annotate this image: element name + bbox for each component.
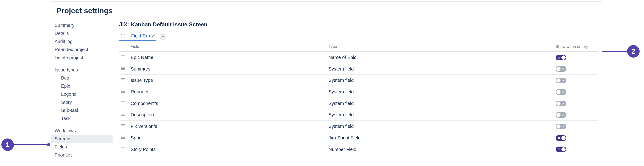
show-when-empty-toggle[interactable]: ✕ (556, 112, 566, 118)
show-when-empty-toggle[interactable]: ✕ (556, 55, 566, 60)
show-when-empty-toggle[interactable]: ✕ (556, 146, 566, 152)
table-row: Fix Version/sSystem field✕ (119, 121, 598, 132)
sidebar-item-issue-type-legend[interactable]: Legend (58, 90, 113, 98)
row-drag-handle-icon[interactable] (119, 109, 129, 121)
sidebar-item-issue-type-story[interactable]: Story (58, 98, 113, 106)
sidebar-item-priorities[interactable]: Priorities (51, 151, 113, 159)
row-drag-handle-icon[interactable] (119, 121, 129, 132)
field-type-cell: System field (327, 109, 554, 121)
sidebar-item-summary[interactable]: Summary (51, 21, 113, 29)
tabs-row: ⋮⋮⋮ Field Tab + (119, 32, 598, 41)
show-when-empty-toggle[interactable]: ✕ (556, 66, 566, 72)
sidebar-item-workflows[interactable]: Workflows (51, 127, 113, 135)
sidebar-item-fields[interactable]: Fields (51, 143, 113, 151)
row-drag-handle-icon[interactable] (119, 75, 129, 86)
field-type-cell: Name of Epic (327, 52, 554, 63)
tab-label: Field Tab (131, 33, 150, 38)
field-name-cell: Issue Type (129, 75, 327, 86)
tab-field-tab[interactable]: ⋮⋮⋮ Field Tab (119, 32, 156, 41)
field-name-cell: Fix Version/s (129, 121, 327, 132)
field-name-cell: Story Points (129, 144, 327, 155)
show-when-empty-toggle[interactable]: ✕ (556, 101, 566, 106)
show-when-empty-toggle[interactable]: ✕ (556, 135, 566, 141)
sidebar-item-issue-type-epic[interactable]: Epic (58, 82, 113, 90)
table-row: DescriptionSystem field✕ (119, 109, 598, 121)
sidebar-section-config: WorkflowsScreensFieldsPriorities (51, 127, 113, 159)
sidebar-item-issue-type-sub-task[interactable]: Sub-task (58, 106, 113, 114)
show-when-empty-cell: ✕ (554, 121, 598, 132)
show-when-empty-cell: ✕ (554, 52, 598, 63)
show-when-empty-cell: ✕ (554, 144, 598, 155)
field-type-cell: System field (327, 75, 554, 86)
show-when-empty-cell: ✕ (554, 63, 598, 75)
pencil-icon[interactable] (152, 33, 156, 38)
column-header-type: Type (327, 42, 554, 52)
sidebar-heading-issue-types: Issue types (51, 66, 113, 74)
row-drag-handle-icon[interactable] (119, 52, 129, 63)
sidebar-item-re-index-project[interactable]: Re-index project (51, 46, 113, 54)
row-drag-handle-icon[interactable] (119, 98, 129, 109)
table-row: Epic NameName of Epic✕ (119, 52, 598, 63)
annotation-number: 1 (2, 138, 14, 151)
field-name-cell: Epic Name (129, 52, 327, 63)
sidebar-item-screens[interactable]: Screens (51, 135, 113, 143)
table-row: SummarySystem field✕ (119, 63, 598, 75)
field-name-cell: Component/s (129, 98, 327, 109)
show-when-empty-cell: ✕ (554, 132, 598, 144)
field-name-cell: Sprint (129, 132, 327, 144)
main-content: JIX: Kanban Default Issue Screen ⋮⋮⋮ Fie… (113, 18, 602, 164)
field-name-cell: Reporter (129, 86, 327, 98)
page-frame: Project settings SummaryDetailsAudit log… (51, 2, 602, 164)
table-row: Story PointsNumber Field✕ (119, 144, 598, 155)
sidebar-item-audit-log[interactable]: Audit log (51, 38, 113, 46)
sidebar-item-issue-type-task[interactable]: Task (58, 114, 113, 122)
row-drag-handle-icon[interactable] (119, 63, 129, 75)
show-when-empty-cell: ✕ (554, 86, 598, 98)
table-row: ReporterSystem field✕ (119, 86, 598, 98)
table-row: SprintJira Sprint Field✕ (119, 132, 598, 144)
field-type-cell: Number Field (327, 144, 554, 155)
sidebar-item-details[interactable]: Details (51, 29, 113, 38)
field-name-cell: Summary (129, 63, 327, 75)
fields-table: Field Type Show when empty Epic NameName… (119, 42, 598, 155)
row-drag-handle-icon[interactable] (119, 144, 129, 155)
sidebar: SummaryDetailsAudit logRe-index projectD… (51, 18, 113, 164)
add-tab-button[interactable]: + (160, 33, 166, 40)
field-type-cell: Jira Sprint Field (327, 132, 554, 144)
column-header-field: Field (129, 42, 327, 52)
screen-title: JIX: Kanban Default Issue Screen (119, 21, 598, 28)
tab-drag-handle-icon[interactable]: ⋮⋮⋮ (120, 34, 129, 38)
field-name-cell: Description (129, 109, 327, 121)
row-drag-handle-icon[interactable] (119, 86, 129, 98)
table-row: Component/sSystem field✕ (119, 98, 598, 109)
page-title: Project settings (56, 6, 113, 15)
field-type-cell: System field (327, 63, 554, 75)
field-type-cell: System field (327, 98, 554, 109)
sidebar-section-issue-types: Issue types BugEpicLegendStorySub-taskTa… (51, 66, 113, 122)
sidebar-item-delete-project[interactable]: Delete project (51, 54, 113, 62)
show-when-empty-cell: ✕ (554, 75, 598, 86)
show-when-empty-cell: ✕ (554, 98, 598, 109)
show-when-empty-toggle[interactable]: ✕ (556, 124, 566, 129)
show-when-empty-toggle[interactable]: ✕ (556, 89, 566, 95)
field-type-cell: System field (327, 86, 554, 98)
show-when-empty-toggle[interactable]: ✕ (556, 78, 566, 83)
table-row: Issue TypeSystem field✕ (119, 75, 598, 86)
field-type-cell: System field (327, 121, 554, 132)
show-when-empty-cell: ✕ (554, 109, 598, 121)
annotation-number: 2 (627, 45, 640, 58)
sidebar-section-project: SummaryDetailsAudit logRe-index projectD… (51, 21, 113, 62)
column-header-show-when-empty: Show when empty (554, 42, 598, 52)
annotation-callout-1: 1 (2, 138, 48, 151)
sidebar-item-issue-type-bug[interactable]: Bug (58, 74, 113, 82)
row-drag-handle-icon[interactable] (119, 132, 129, 144)
